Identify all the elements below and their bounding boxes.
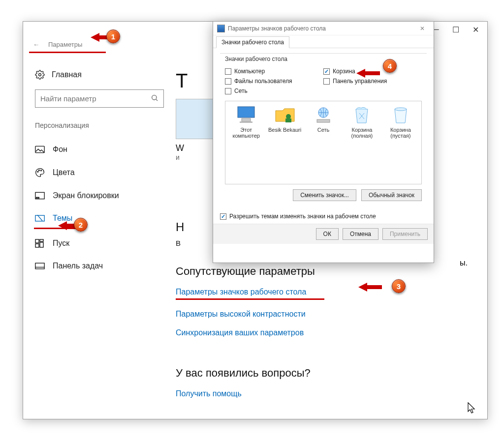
sidebar-item-background[interactable]: Фон (35, 138, 164, 161)
change-icon-button[interactable]: Сменить значок... (293, 189, 356, 201)
icon-label: Besik Bekauri (268, 127, 301, 133)
maximize-button[interactable]: ☐ (446, 22, 466, 37)
svg-rect-8 (36, 197, 39, 198)
annotation-arrow-1 (91, 33, 99, 42)
check-user-files[interactable]: Файлы пользователя (225, 76, 323, 86)
svg-rect-22 (317, 119, 330, 122)
search-field[interactable] (40, 94, 151, 103)
icon-this-pc[interactable]: Этот компьютер (229, 105, 263, 139)
icon-user-files[interactable]: Besik Bekauri (268, 105, 301, 133)
link-high-contrast[interactable]: Параметры высокой контрастности (176, 310, 306, 319)
check-label: Файлы пользователя (234, 78, 292, 85)
cancel-button[interactable]: Отмена (343, 228, 378, 240)
network-icon (312, 105, 335, 125)
svg-rect-12 (35, 244, 39, 247)
svg-rect-10 (35, 239, 39, 243)
svg-rect-17 (242, 118, 251, 121)
window-title: Параметры (48, 41, 82, 48)
icon-recycle-full[interactable]: Корзина (полная) (345, 105, 378, 139)
dialog-title-text: Параметры значков рабочего стола (228, 25, 326, 32)
palette-icon (35, 168, 45, 177)
check-control-panel[interactable]: Панель управления (323, 76, 422, 86)
check-label: Корзина (333, 68, 355, 75)
icon-label: Корзина (пустая) (384, 127, 417, 139)
annotation-arrow-2 (58, 221, 67, 230)
sidebar-item-themes[interactable]: Темы (35, 207, 164, 230)
icon-label: Этот компьютер (229, 127, 263, 139)
search-input[interactable] (35, 89, 164, 108)
folder-user-icon (273, 105, 297, 125)
dialog-close-button[interactable]: ✕ (415, 25, 430, 32)
sidebar-section-label: Персонализация (35, 121, 164, 129)
annotation-marker-3: 3 (392, 279, 406, 293)
themes-icon (35, 214, 45, 223)
related-settings-title: Сопутствующие параметры (176, 265, 472, 278)
back-arrow-icon[interactable]: ← (33, 41, 39, 48)
check-label: Панель управления (333, 78, 387, 85)
sidebar-home[interactable]: Главная (35, 70, 164, 80)
icon-label: Сеть (307, 127, 340, 133)
link-desktop-icon-settings[interactable]: Параметры значков рабочего стола (176, 288, 306, 296)
svg-rect-20 (285, 118, 291, 122)
annotation-marker-1: 1 (106, 29, 120, 43)
apply-button[interactable]: Применить (382, 228, 428, 240)
sidebar-item-taskbar[interactable]: Панель задач (35, 255, 164, 277)
svg-point-19 (286, 114, 291, 119)
dialog-tabs: Значки рабочего стола (213, 35, 434, 48)
annotation-marker-2: 2 (74, 218, 88, 232)
picture-icon (35, 146, 45, 153)
check-network[interactable]: Сеть (225, 86, 323, 96)
dialog-titlebar: Параметры значков рабочего стола ✕ (213, 22, 434, 35)
svg-rect-18 (240, 121, 252, 123)
svg-point-4 (37, 171, 38, 172)
close-button[interactable]: ✕ (466, 22, 485, 37)
icon-preview-panel[interactable]: Этот компьютер Besik Bekauri Сеть Корзин… (225, 101, 422, 184)
desktop-icon-settings-dialog: Параметры значков рабочего стола ✕ Значк… (213, 21, 434, 263)
tab-desktop-icons[interactable]: Значки рабочего стола (216, 36, 289, 48)
check-computer[interactable]: Компьютер (225, 66, 323, 76)
svg-point-5 (38, 170, 39, 171)
search-icon (151, 94, 158, 104)
ok-button[interactable]: ОК (316, 228, 339, 240)
sidebar-item-label: Пуск (53, 239, 69, 248)
checkbox-icon (323, 78, 330, 85)
icon-network[interactable]: Сеть (307, 105, 340, 133)
allow-themes-row[interactable]: Разрешить темам изменять значки на рабоч… (220, 213, 427, 220)
sidebar-item-label: Фон (53, 145, 67, 154)
svg-point-6 (41, 170, 42, 171)
lockscreen-icon (35, 192, 45, 200)
annotation-marker-4: 4 (383, 59, 397, 73)
dialog-app-icon (217, 25, 225, 32)
sidebar-item-lockscreen[interactable]: Экран блокировки (35, 184, 164, 207)
svg-point-1 (152, 95, 157, 99)
annotation-arrow-4 (356, 69, 365, 78)
sidebar-home-label: Главная (52, 70, 82, 79)
gear-icon (35, 70, 45, 80)
sidebar: Главная Персонализация Фон Цвета (23, 53, 176, 398)
checkbox-icon (220, 213, 226, 220)
default-icon-button[interactable]: Обычный значок (361, 189, 422, 201)
checkbox-icon (323, 68, 330, 75)
sidebar-item-start[interactable]: Пуск (35, 232, 164, 255)
svg-rect-14 (35, 263, 44, 269)
sidebar-item-colors[interactable]: Цвета (35, 161, 164, 184)
checkbox-icon (225, 78, 231, 85)
desktop-icons-fieldset: Значки рабочего стола Компьютер Корзина … (220, 53, 427, 207)
link-get-help[interactable]: Получить помощь (176, 389, 242, 398)
checkbox-icon (225, 68, 231, 75)
icon-recycle-empty[interactable]: Корзина (пустая) (384, 105, 417, 139)
questions-title: У вас появились вопросы? (176, 367, 472, 380)
link-sync-settings[interactable]: Синхронизация ваших параметров (176, 328, 304, 337)
start-icon (35, 239, 45, 248)
allow-themes-label: Разрешить темам изменять значки на рабоч… (229, 213, 376, 220)
svg-rect-11 (40, 239, 43, 241)
sidebar-item-label: Панель задач (53, 262, 103, 270)
trailing-text: ы. (460, 259, 468, 267)
svg-rect-13 (40, 242, 43, 247)
dialog-footer: ОК Отмена Применить (213, 224, 434, 244)
check-label: Компьютер (234, 68, 265, 75)
icon-label: Корзина (полная) (345, 127, 378, 139)
check-label: Сеть (234, 88, 248, 94)
sidebar-item-label: Экран блокировки (53, 191, 119, 200)
svg-line-2 (156, 99, 158, 101)
